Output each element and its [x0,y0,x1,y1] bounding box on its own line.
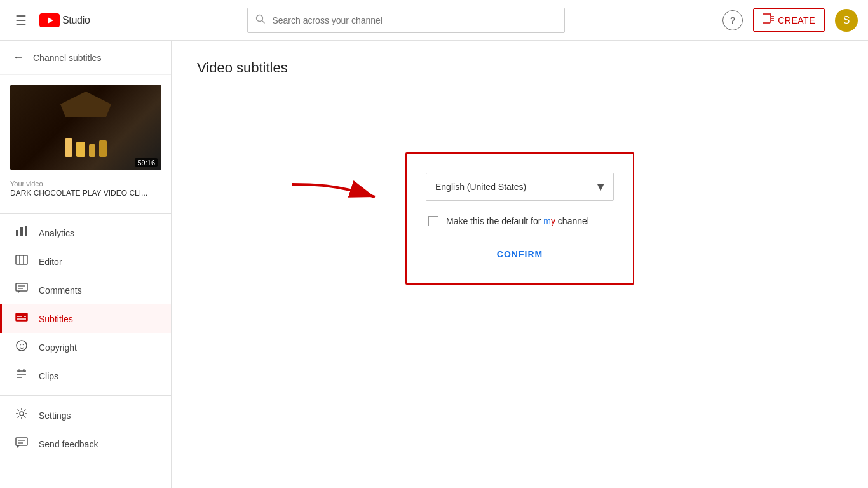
svg-point-2 [257,15,263,21]
sidebar-divider-bottom [0,395,171,396]
copyright-label: Copyright [39,342,77,353]
comments-icon [15,282,29,298]
back-label: Channel subtitles [33,53,101,63]
youtube-logo [39,13,60,27]
dialog-area: English (United States) English (UK) Spa… [197,102,843,285]
default-channel-row: Make this the default for my channel [426,216,614,226]
analytics-icon [15,225,29,241]
thumbnail-scene [10,85,161,170]
thumbnail-figures [65,138,107,157]
search-input[interactable] [272,15,557,25]
page-title: Video subtitles [197,60,843,76]
language-select[interactable]: English (United States) English (UK) Spa… [426,173,614,201]
search-bar [116,8,698,33]
help-button[interactable]: ? [722,10,743,30]
feedback-icon [15,436,29,452]
editor-label: Editor [39,257,62,267]
svg-text:C: C [20,343,24,350]
video-title: DARK CHOCOLATE PLAY VIDEO CLI... [10,189,161,198]
create-plus-icon [763,13,774,27]
svg-rect-10 [20,227,23,236]
search-icon [255,14,266,27]
svg-rect-9 [16,230,18,236]
thumbnail-hut [60,92,111,117]
main-content: Video subtitles English (United States) … [172,41,868,488]
language-select-wrapper: English (United States) English (UK) Spa… [426,173,614,201]
video-info: Your video DARK CHOCOLATE PLAY VIDEO CLI… [0,175,171,208]
sidebar-item-copyright[interactable]: C Copyright [0,333,171,362]
header-right: ? CREATE S [722,8,858,32]
your-video-label: Your video [10,180,161,187]
settings-icon [15,407,29,423]
back-button[interactable]: ← Channel subtitles [0,41,171,75]
figure-1 [65,138,72,157]
sidebar-item-analytics[interactable]: Analytics [0,219,171,247]
arrow-indicator [286,172,388,222]
logo-container: Studio [39,13,90,27]
header: ☰ Studio ? [0,0,868,41]
figure-4 [99,140,107,157]
sidebar-item-clips[interactable]: Clips [0,362,171,390]
svg-rect-29 [16,438,27,445]
sidebar-item-send-feedback[interactable]: Send feedback [0,430,171,458]
dialog-box: English (United States) English (UK) Spa… [405,152,634,285]
figure-3 [89,144,95,157]
svg-rect-15 [16,283,27,291]
hamburger-menu[interactable]: ☰ [10,8,32,33]
sidebar: ← Channel subtitles 59:16 Your video [0,41,172,488]
send-feedback-label: Send feedback [39,439,98,449]
app-body: ← Channel subtitles 59:16 Your video [0,41,868,488]
create-button[interactable]: CREATE [753,8,825,32]
svg-marker-32 [17,445,20,448]
settings-label: Settings [39,410,71,421]
svg-rect-11 [25,226,27,236]
svg-point-28 [20,412,24,416]
clips-label: Clips [39,371,58,381]
header-left: ☰ Studio [10,8,90,33]
my-text-blue: m [543,216,551,226]
duration-badge: 59:16 [135,158,158,167]
search-wrapper [247,8,565,33]
svg-rect-4 [763,14,770,23]
avatar[interactable]: S [835,9,858,32]
analytics-label: Analytics [39,228,74,238]
comments-label: Comments [39,285,82,295]
clips-icon [15,368,29,384]
subtitles-label: Subtitles [39,314,73,324]
default-label: Make this the default for my channel [446,216,589,226]
sidebar-item-settings[interactable]: Settings [0,401,171,430]
video-thumbnail: 59:16 [10,85,161,170]
sidebar-divider-top [0,213,171,214]
create-label: CREATE [778,15,815,25]
svg-rect-19 [16,313,27,321]
svg-line-3 [262,20,265,23]
subtitles-icon [15,311,29,327]
my-text-red: y [551,216,555,226]
sidebar-item-subtitles[interactable]: Subtitles [0,304,171,333]
studio-label: Studio [62,15,90,26]
confirm-btn-wrapper: CONFIRM [426,241,614,264]
confirm-button[interactable]: CONFIRM [487,244,553,264]
svg-rect-12 [16,255,27,264]
default-checkbox[interactable] [428,216,438,226]
back-arrow-icon: ← [13,51,24,64]
figure-2 [76,142,85,157]
editor-icon [15,254,29,269]
video-thumbnail-container: 59:16 [0,75,171,175]
copyright-icon: C [15,339,29,355]
sidebar-item-comments[interactable]: Comments [0,276,171,304]
sidebar-item-editor[interactable]: Editor [0,247,171,276]
